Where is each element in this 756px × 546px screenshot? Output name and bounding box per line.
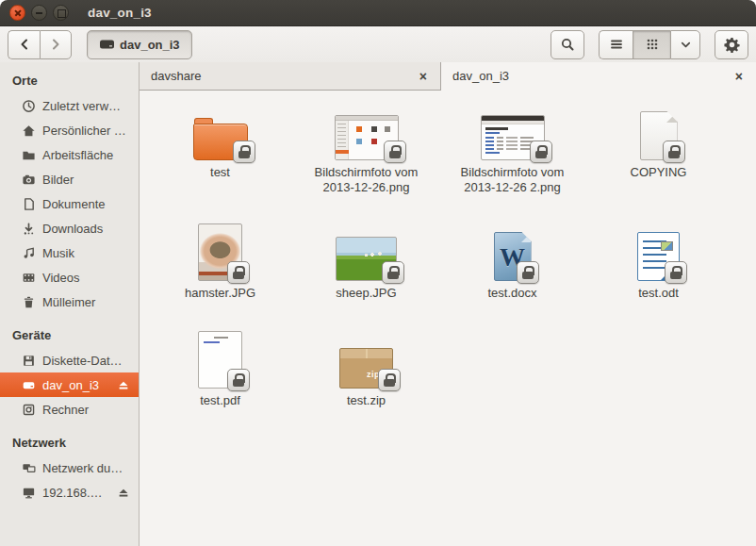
harddisk-icon [99,39,115,51]
file-item-screenshot-2[interactable]: Bildschirmfoto vom 2013-12-26 2.png [448,96,578,217]
forward-button[interactable] [40,30,72,59]
main-pane: davshare × dav_on_i3 × test [140,62,756,546]
window-close-button[interactable] [9,5,25,21]
sidebar-item-label: Rechner [42,403,89,417]
downloads-arrow-icon [22,222,36,236]
lock-emblem-icon [665,261,687,284]
window-maximize-button[interactable] [53,5,69,21]
sidebar-item-computer[interactable]: Rechner [0,397,139,422]
list-view-icon [609,37,624,52]
eject-icon [117,486,130,499]
file-name: hamster.JPG [185,286,255,301]
desktop-folder-icon [22,148,36,162]
documents-icon [22,197,36,211]
tab-davshare[interactable]: davshare × [140,62,441,91]
sidebar-item-videos[interactable]: Videos [0,265,139,290]
file-item-test-folder[interactable]: test [193,96,248,217]
sidebar-item-desktop[interactable]: Arbeitsfläche [0,142,139,167]
navigation-group [8,30,72,59]
eject-button[interactable] [117,378,130,391]
sidebar-item-label: Dokumente [42,197,105,211]
path-bar-location-button[interactable]: dav_on_i3 [87,30,192,59]
sidebar-item-dav-on-i3[interactable]: dav_on_i3 [0,372,139,397]
view-options-dropdown-button[interactable] [670,30,700,59]
tab-label: davshare [151,69,201,83]
sidebar-item-floppy[interactable]: Diskette-Dat… [0,348,139,372]
pictures-camera-icon [22,173,36,187]
window-minimize-button[interactable] [31,5,47,21]
lock-emblem-icon [663,141,685,163]
view-toggle-group [599,30,700,59]
recent-clock-icon [22,99,36,113]
tab-label: dav_on_i3 [452,69,509,83]
sidebar-item-label: Videos [42,271,80,285]
file-item-hamster-jpg[interactable]: hamster.JPG [185,217,255,324]
search-icon [560,37,576,53]
file-name: test.zip [347,393,386,408]
list-view-button[interactable] [599,30,633,59]
file-item-test-zip[interactable]: zip test.zip [339,324,393,430]
sidebar-item-label: Mülleimer [42,295,95,309]
lock-emblem-icon [378,369,401,391]
eject-icon [117,378,130,391]
tab-close-button[interactable]: × [733,69,745,84]
sidebar-item-network-browse[interactable]: Netzwerk du… [0,455,139,480]
sidebar-item-recent[interactable]: Zuletzt verw… [0,93,139,118]
window-title: dav_on_i3 [88,6,152,20]
lock-emblem-icon [233,141,255,163]
settings-menu-button[interactable] [715,30,748,59]
file-item-test-docx[interactable]: W test.docx [487,217,536,324]
sidebar-item-pictures[interactable]: Bilder [0,167,139,191]
lock-emblem-icon [227,369,250,391]
titlebar: dav_on_i3 [0,0,756,26]
file-item-test-odt[interactable]: test.odt [637,217,680,324]
eject-button[interactable] [117,486,130,499]
file-item-screenshot-1[interactable]: Bildschirmfoto vom 2013-12-26.png [302,96,432,217]
chevron-down-icon [679,38,693,52]
sidebar-section-header-network: Netzwerk [0,430,139,455]
sidebar-item-downloads[interactable]: Downloads [0,216,139,240]
home-icon [22,124,36,138]
tab-close-button[interactable]: × [418,69,429,84]
sidebar-item-label: Diskette-Dat… [42,354,123,368]
gear-icon [724,37,740,53]
sidebar-item-trash[interactable]: Mülleimer [0,290,139,314]
sidebar-section-header-places: Orte [0,68,139,93]
back-button[interactable] [8,30,40,59]
file-manager-window: dav_on_i3 dav_on_i3 [0,0,756,546]
search-button[interactable] [551,30,584,59]
lock-emblem-icon [384,141,406,163]
tab-dav-on-i3[interactable]: dav_on_i3 × [441,62,756,91]
floppy-icon [22,354,36,368]
file-name: sheep.JPG [336,286,396,301]
lock-emblem-icon [382,261,404,284]
sidebar-item-label: Persönlicher … [42,124,126,138]
music-notes-icon [22,246,36,260]
tab-bar: davshare × dav_on_i3 × [140,62,756,91]
back-chevron-icon [17,37,32,52]
grid-view-icon [645,37,660,52]
file-name: COPYING [631,165,687,180]
grid-view-button[interactable] [633,30,670,59]
sidebar-item-label: 192.168.… [42,486,103,500]
remote-share-icon [22,486,36,500]
file-item-sheep-jpg[interactable]: sheep.JPG [336,217,397,324]
sidebar-item-label: Zuletzt verw… [42,99,121,113]
toolbar: dav_on_i3 [0,26,756,62]
file-name: test.odt [638,286,679,301]
sidebar-item-documents[interactable]: Dokumente [0,191,139,216]
lock-emblem-icon [517,261,539,284]
forward-chevron-icon [48,37,63,52]
sidebar-item-label: Netzwerk du… [42,461,123,475]
network-icon [22,461,36,475]
sidebar-item-remote-share[interactable]: 192.168.… [0,480,139,505]
window-body: Orte Zuletzt verw… Persönlicher … Arbeit… [0,62,756,546]
file-item-copying[interactable]: COPYING [631,96,687,217]
file-view: test Bildschirmfoto vom 2013-12-26.png [140,91,756,546]
file-name: test.pdf [200,393,240,408]
file-item-test-pdf[interactable]: test.pdf [198,324,242,430]
computer-icon [22,403,36,417]
sidebar-item-home[interactable]: Persönlicher … [0,118,139,142]
file-name: test.docx [487,286,536,301]
sidebar-item-music[interactable]: Musik [0,240,139,265]
